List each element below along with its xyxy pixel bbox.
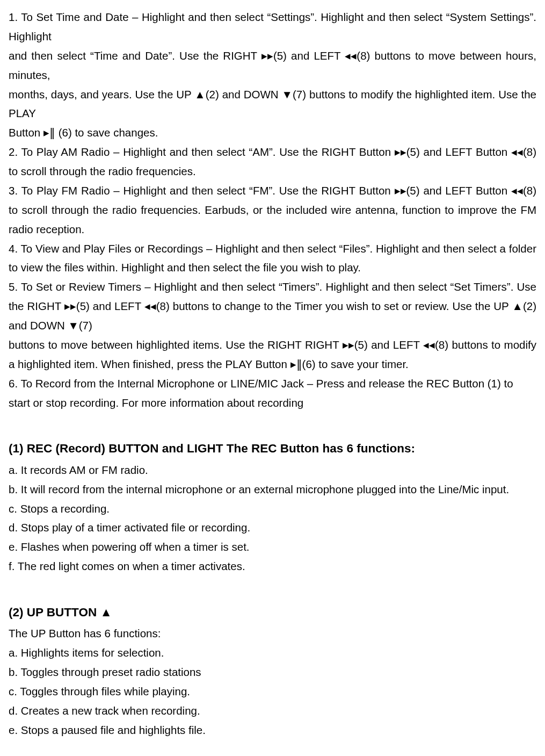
spacer: [9, 576, 536, 586]
section-2-item-e: e. Stops a paused file and highlights fi…: [9, 721, 536, 740]
section-1-item-e: e. Flashes when powering off when a time…: [9, 537, 536, 557]
instruction-1-line2: and then select “Time and Date”. Use the…: [9, 46, 536, 85]
instruction-1-line1: 1. To Set Time and Date – Highlight and …: [9, 8, 536, 46]
section-2-item-b: b. Toggles through preset radio stations: [9, 663, 536, 682]
section-2-heading: (2) UP BUTTON ▲: [9, 602, 536, 623]
instruction-6: 6. To Record from the Internal Microphon…: [9, 374, 536, 413]
section-2-item-a: a. Highlights items for selection.: [9, 643, 536, 663]
section-1-item-b: b. It will record from the internal micr…: [9, 480, 536, 499]
section-1-item-d: d. Stops play of a timer activated file …: [9, 518, 536, 537]
instruction-1-line4: Button ▸‖ (6) to save changes.: [9, 123, 536, 142]
instruction-5-part1: 5. To Set or Review Timers – Highlight a…: [9, 277, 536, 335]
section-1-item-f: f. The red light comes on when a timer a…: [9, 557, 536, 576]
section-1-heading: (1) REC (Record) BUTTON and LIGHT The RE…: [9, 438, 536, 459]
section-2-intro: The UP Button has 6 functions:: [9, 624, 536, 643]
instruction-4: 4. To View and Play Files or Recordings …: [9, 239, 536, 278]
section-2-item-c: c. Toggles through files while playing.: [9, 682, 536, 701]
section-1-item-c: c. Stops a recording.: [9, 499, 536, 519]
instruction-1-line3: months, days, and years. Use the UP ▲(2)…: [9, 85, 536, 124]
instruction-2: 2. To Play AM Radio – Highlight and then…: [9, 142, 536, 181]
section-1-item-a: a. It records AM or FM radio.: [9, 460, 536, 480]
spacer: [9, 412, 536, 422]
instruction-3: 3. To Play FM Radio – Highlight and then…: [9, 181, 536, 239]
section-2-item-d: d. Creates a new track when recording.: [9, 701, 536, 721]
instruction-5-part2: buttons to move between highlighted item…: [9, 335, 536, 374]
